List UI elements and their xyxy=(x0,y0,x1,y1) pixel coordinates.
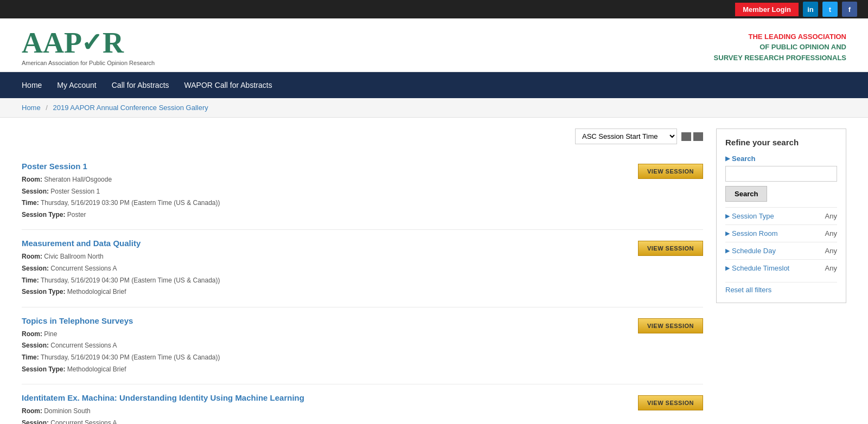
session-title-2[interactable]: Topics in Telephone Surveys xyxy=(22,316,220,325)
filter-rows-container: ▶ Session Type Any ▶ Session Room Any ▶ … xyxy=(725,207,837,277)
top-bar: Member Login in t f xyxy=(0,0,868,18)
filter-arrow-icon-0: ▶ xyxy=(725,213,730,220)
search-label-text: Search xyxy=(732,155,755,163)
search-button[interactable]: Search xyxy=(725,186,767,202)
view-session-button-1[interactable]: VIEW SESSION xyxy=(638,241,703,256)
main-content: ASC Session Start Time DESC Session Star… xyxy=(0,118,868,424)
logo-text-r: R xyxy=(103,28,124,57)
session-btn-wrapper-3: VIEW SESSION xyxy=(629,393,703,410)
breadcrumb-home[interactable]: Home xyxy=(22,104,41,112)
nav-wapor-call[interactable]: WAPOR Call for Abstracts xyxy=(184,73,272,97)
session-btn-wrapper-2: VIEW SESSION xyxy=(629,316,703,333)
session-item: Measurement and Data Quality Room: Civic… xyxy=(22,230,703,307)
session-info-2: Topics in Telephone Surveys Room: Pine S… xyxy=(22,316,220,375)
filter-value-3: Any xyxy=(825,264,837,272)
sort-select[interactable]: ASC Session Start Time DESC Session Star… xyxy=(575,129,677,144)
filter-row-session-type[interactable]: ▶ Session Type Any xyxy=(725,207,837,224)
filter-value-2: Any xyxy=(825,247,837,255)
navigation: Home My Account Call for Abstracts WAPOR… xyxy=(0,72,868,98)
search-filter-section: ▶ Search Search xyxy=(725,155,837,202)
search-filter-label: ▶ Search xyxy=(725,155,837,163)
filter-label-2: ▶ Schedule Day xyxy=(725,247,776,255)
filter-arrow-icon-3: ▶ xyxy=(725,265,730,272)
session-list: ASC Session Start Time DESC Session Star… xyxy=(22,129,703,424)
session-title-3[interactable]: Identitatem Ex. Machina: Understanding I… xyxy=(22,393,304,402)
refine-title: Refine your search xyxy=(725,138,837,147)
slogan-line2: OF PUBLIC OPINION AND xyxy=(714,42,846,53)
refine-box: Refine your search ▶ Search Search ▶ Ses… xyxy=(716,129,846,303)
member-login-button[interactable]: Member Login xyxy=(735,3,799,16)
nav-call-for-abstracts[interactable]: Call for Abstracts xyxy=(112,73,169,97)
nav-home[interactable]: Home xyxy=(22,73,42,97)
filter-row-schedule-day[interactable]: ▶ Schedule Day Any xyxy=(725,242,837,259)
slogan-line1: THE LEADING ASSOCIATION xyxy=(714,31,846,42)
search-arrow-icon: ▶ xyxy=(725,155,730,162)
view-session-button-0[interactable]: VIEW SESSION xyxy=(638,164,703,179)
list-view-icon[interactable] xyxy=(681,132,691,141)
filter-value-1: Any xyxy=(825,229,837,237)
logo-tagline: American Association for Public Opinion … xyxy=(22,60,155,66)
filter-arrow-icon-2: ▶ xyxy=(725,247,730,254)
session-item: Poster Session 1 Room: Sheraton Hall/Osg… xyxy=(22,153,703,230)
grid-view-icon[interactable] xyxy=(693,132,703,141)
logo-check-icon: ✓ xyxy=(81,30,103,56)
logo-area: AAP✓R American Association for Public Op… xyxy=(22,28,155,66)
grid-icons xyxy=(681,132,703,141)
logo: AAP✓R xyxy=(22,28,155,57)
session-detail-3: Room: Dominion South Session: Concurrent… xyxy=(22,406,304,424)
breadcrumb-current[interactable]: 2019 AAPOR Annual Conference Session Gal… xyxy=(53,104,208,112)
filter-label-0: ▶ Session Type xyxy=(725,212,774,220)
filter-arrow-icon-1: ▶ xyxy=(725,230,730,237)
session-btn-wrapper-0: VIEW SESSION xyxy=(629,162,703,179)
filter-row-session-room[interactable]: ▶ Session Room Any xyxy=(725,224,837,242)
header: AAP✓R American Association for Public Op… xyxy=(0,18,868,72)
slogan-line3: SURVEY RESEARCH PROFESSIONALS xyxy=(714,53,846,63)
session-item: Topics in Telephone Surveys Room: Pine S… xyxy=(22,307,703,384)
linkedin-icon[interactable]: in xyxy=(803,2,818,17)
reset-filters-link[interactable]: Reset all filters xyxy=(725,282,837,294)
view-session-button-2[interactable]: VIEW SESSION xyxy=(638,318,703,333)
session-info-0: Poster Session 1 Room: Sheraton Hall/Osg… xyxy=(22,162,220,221)
filter-label-3: ▶ Schedule Timeslot xyxy=(725,264,789,272)
session-info-1: Measurement and Data Quality Room: Civic… xyxy=(22,239,220,298)
session-title-0[interactable]: Poster Session 1 xyxy=(22,162,220,171)
session-title-1[interactable]: Measurement and Data Quality xyxy=(22,239,220,248)
sidebar: Refine your search ▶ Search Search ▶ Ses… xyxy=(716,129,846,424)
session-btn-wrapper-1: VIEW SESSION xyxy=(629,239,703,256)
session-detail-1: Room: Civic Ballroom North Session: Conc… xyxy=(22,251,220,298)
view-session-button-3[interactable]: VIEW SESSION xyxy=(638,395,703,410)
session-item: Identitatem Ex. Machina: Understanding I… xyxy=(22,384,703,424)
filter-row-schedule-timeslot[interactable]: ▶ Schedule Timeslot Any xyxy=(725,259,837,277)
nav-my-account[interactable]: My Account xyxy=(57,73,96,97)
session-detail-2: Room: Pine Session: Concurrent Sessions … xyxy=(22,329,220,375)
breadcrumb: Home / 2019 AAPOR Annual Conference Sess… xyxy=(0,98,868,118)
filter-value-0: Any xyxy=(825,212,837,220)
search-input[interactable] xyxy=(725,166,837,182)
sort-bar: ASC Session Start Time DESC Session Star… xyxy=(22,129,703,144)
sessions-container: Poster Session 1 Room: Sheraton Hall/Osg… xyxy=(22,153,703,424)
facebook-icon[interactable]: f xyxy=(842,2,857,17)
breadcrumb-separator: / xyxy=(46,104,49,112)
header-slogan: THE LEADING ASSOCIATION OF PUBLIC OPINIO… xyxy=(714,31,846,63)
twitter-icon[interactable]: t xyxy=(822,2,838,17)
session-detail-0: Room: Sheraton Hall/Osgoode Session: Pos… xyxy=(22,174,220,221)
filter-label-1: ▶ Session Room xyxy=(725,229,778,237)
session-info-3: Identitatem Ex. Machina: Understanding I… xyxy=(22,393,304,424)
logo-text-aap: AAP xyxy=(22,28,82,57)
